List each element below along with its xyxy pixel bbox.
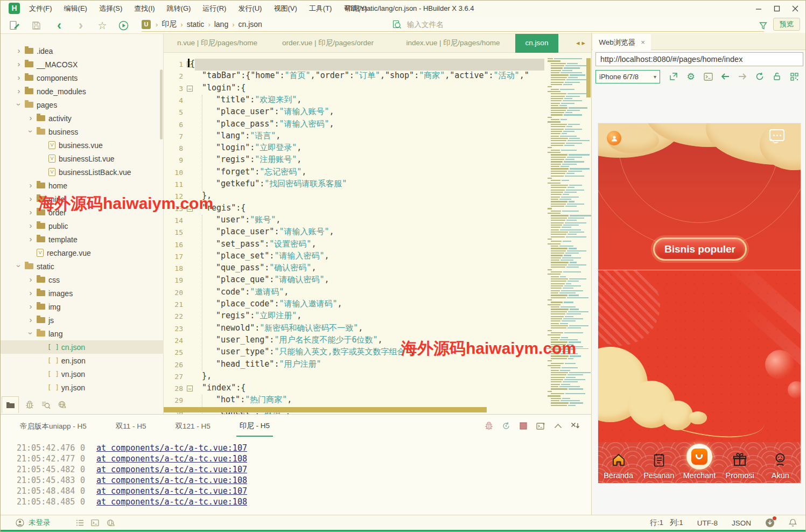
app-tab-beranda[interactable]: Beranda [598, 442, 639, 483]
app-tab-promosi[interactable]: Promosi [720, 442, 760, 483]
tree-item-business.vue[interactable]: Vbusiness.vue [1, 138, 164, 152]
tree-item-yn.json[interactable]: [ ]yn.json [1, 381, 164, 394]
encoding-label[interactable]: UTF-8 [697, 519, 718, 527]
tree-item-cn.json[interactable]: [ ]cn.json [1, 340, 164, 354]
code-line-10[interactable]: 10"forget":"忘记密码", [164, 167, 544, 179]
tree-item-home[interactable]: ›home [1, 179, 164, 192]
code-line-17[interactable]: 17"place_set":"请输入密码", [164, 251, 544, 263]
log-source-link[interactable]: at components/a-tc/a-tc.vue:108 [96, 453, 247, 464]
menu-item-5[interactable]: 运行(R) [197, 4, 232, 13]
restart-icon[interactable] [501, 421, 511, 431]
browser-forward-icon[interactable] [734, 70, 751, 83]
console-tab-2[interactable]: 双11 - H5 [113, 416, 150, 436]
tree-item-public[interactable]: ›public [1, 219, 164, 233]
debug-bug-icon[interactable] [24, 400, 35, 410]
code-line-26[interactable]: 26"head_title":"用户注册" [164, 359, 544, 371]
tree-item-node_modules[interactable]: ›node_modules [1, 85, 164, 98]
tree-item-businessList.vue[interactable]: VbusinessList.vue [1, 152, 164, 165]
bell-icon[interactable] [789, 519, 797, 527]
code-line-18[interactable]: 18"que_pass":"确认密码", [164, 263, 544, 275]
code-line-6[interactable]: 6"place_pass":"请输入密码", [164, 119, 544, 131]
save-icon[interactable] [29, 18, 43, 32]
maximize-button[interactable] [768, 1, 786, 17]
app-tab-pesanan[interactable]: Pesanan [639, 442, 679, 483]
fold-toggle[interactable]: – [187, 386, 193, 391]
browser-back-icon[interactable] [717, 70, 733, 83]
log-source-link[interactable]: at components/a-tc/a-tc.vue:107 [96, 464, 247, 475]
search-panel-icon[interactable] [40, 400, 51, 410]
code-line-20[interactable]: 20"code":"邀请码", [164, 287, 544, 299]
minimize-button[interactable] [749, 1, 768, 17]
code-editor[interactable]: 1–{2"tabBar":{"home":"首页","order":"订单","… [164, 53, 591, 414]
menu-item-7[interactable]: 视图(V) [268, 4, 303, 13]
preview-button[interactable]: 预览 [773, 18, 800, 31]
code-line-13[interactable]: 13–"regis":{ [164, 203, 544, 215]
tab-scroll-arrows[interactable]: ◂▸ [576, 39, 587, 47]
vertical-scrollbar[interactable] [586, 58, 591, 97]
tree-item-__MACOSX[interactable]: ›__MACOSX [1, 58, 164, 71]
url-input[interactable] [595, 52, 803, 66]
code-line-3[interactable]: 3–"login":{ [164, 83, 544, 95]
debug-bug-icon[interactable] [483, 421, 494, 431]
stop-icon[interactable] [518, 421, 529, 431]
globe-sync-icon[interactable] [57, 400, 67, 410]
editor-tab-2[interactable]: order.vue | 印尼/pages/order [269, 34, 387, 52]
run-icon[interactable] [116, 18, 130, 32]
search-input[interactable] [406, 20, 729, 29]
close-icon[interactable]: × [641, 38, 645, 46]
tree-item-activity[interactable]: ›activity [1, 111, 164, 125]
close-all-icon[interactable] [570, 421, 580, 431]
editor-tab-4[interactable]: cn.json [515, 34, 558, 53]
horizontal-scrollbar[interactable] [164, 407, 487, 412]
qrcode-icon[interactable] [786, 70, 802, 83]
tree-item-.idea[interactable]: ›.idea [1, 44, 164, 58]
tree-item-business[interactable]: ›business [1, 125, 164, 138]
log-source-link[interactable]: at components/a-tc/a-tc.vue:108 [96, 475, 247, 486]
log-source-link[interactable]: at components/a-tc/a-tc.vue:107 [96, 486, 247, 496]
refresh-icon[interactable] [752, 70, 768, 83]
code-line-2[interactable]: 2"tabBar":{"home":"首页","order":"订单","sho… [164, 71, 544, 82]
app-tab-merchant[interactable]: Merchant [679, 442, 719, 483]
menu-item-2[interactable]: 选择(S) [93, 4, 128, 13]
tree-item-vn.json[interactable]: [ ]vn.json [1, 367, 164, 381]
unlock-icon[interactable] [769, 70, 785, 83]
language-mode-label[interactable]: JSON [732, 519, 751, 527]
open-external-icon[interactable] [665, 70, 682, 83]
menu-item-0[interactable]: 文件(F) [23, 4, 58, 13]
message-icon[interactable] [769, 129, 784, 141]
bisnis-populer-button[interactable]: Bisnis populer [653, 237, 747, 261]
editor-tab-1[interactable]: n.vue | 印尼/pages/home [165, 34, 270, 52]
device-selector[interactable]: iPhone 6/7/8 ▾ [595, 70, 660, 83]
breadcrumb-item[interactable]: 印尼 [162, 19, 177, 29]
navigate-back-icon[interactable]: ‹ [52, 18, 66, 32]
new-file-icon[interactable] [7, 18, 21, 32]
code-line-15[interactable]: 15"place_user":"请输入账号", [164, 227, 544, 239]
tree-item-lang[interactable]: ›lang [1, 327, 164, 340]
update-icon[interactable] [765, 518, 775, 528]
log-source-link[interactable]: at components/a-tc/a-tc.vue:107 [96, 443, 247, 453]
editor-tab-3[interactable]: index.vue | 印尼/pages/home [393, 34, 514, 52]
menu-item-3[interactable]: 查找(I) [128, 4, 160, 13]
code-line-4[interactable]: 4"title":"欢迎来到", [164, 95, 544, 107]
login-status[interactable]: 未登录 [16, 515, 51, 530]
web-browser-tab[interactable]: Web浏览器 × [593, 34, 651, 51]
console-tab-4[interactable]: 印尼 - H5 [236, 416, 273, 437]
breadcrumb-item[interactable]: lang [214, 20, 228, 29]
code-line-16[interactable]: 16"set_pass":"设置密码", [164, 239, 544, 251]
code-line-7[interactable]: 7"lang":"语言", [164, 131, 544, 143]
app-tab-akun[interactable]: Akun [760, 442, 801, 483]
tree-item-images[interactable]: ›images [1, 286, 164, 300]
code-line-5[interactable]: 5"place_user":"请输入账号", [164, 107, 544, 118]
fold-toggle[interactable]: – [187, 86, 193, 92]
tree-item-businessListBack.vue[interactable]: VbusinessListBack.vue [1, 165, 164, 179]
tree-item-img[interactable]: ›img [1, 300, 164, 313]
navigate-forward-icon[interactable]: › [74, 18, 88, 32]
code-line-12[interactable]: 12}, [164, 191, 544, 202]
tree-item-template[interactable]: ›template [1, 233, 164, 246]
collapse-panel-icon[interactable] [552, 421, 563, 431]
menu-item-4[interactable]: 跳转(G) [161, 4, 197, 13]
bookmark-star-icon[interactable]: ☆ [95, 18, 109, 32]
code-line-14[interactable]: 14"user":"账号", [164, 215, 544, 227]
code-line-1[interactable]: 1–{ [164, 59, 544, 71]
code-line-9[interactable]: 9"regis":"注册账号", [164, 155, 544, 166]
